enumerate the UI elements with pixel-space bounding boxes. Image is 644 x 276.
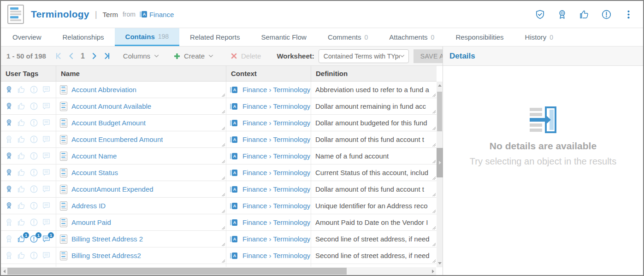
context-link[interactable]: Finance › Terminology [242,119,310,127]
tab-overview[interactable]: Overview [2,28,52,46]
ribbon-tag-icon[interactable] [5,235,13,243]
ribbon-tag-icon[interactable] [5,118,13,127]
previous-page-button[interactable] [67,52,75,60]
shield-check-icon[interactable] [535,9,545,20]
award-ribbon-icon[interactable] [557,9,567,20]
alert-tag-icon[interactable] [30,85,38,94]
alert-tag-icon[interactable]: 1 [30,235,38,243]
thumbs-up-icon[interactable] [579,9,590,20]
context-link[interactable]: Finance › Terminology [242,235,310,243]
parent-finance-link[interactable]: Finance [149,11,174,18]
worksheet-select[interactable]: Contained Terms with TYpes [319,49,409,63]
alert-tag-icon[interactable] [30,118,38,127]
table-row[interactable]: AccountAmount Expended Finance › Termino… [1,181,437,198]
table-row[interactable]: Billing Street Address2 Finance › Termin… [1,247,437,264]
scroll-right-arrow[interactable] [430,267,436,275]
thumbs-up-tag-icon[interactable] [17,201,26,210]
create-button[interactable]: Create [174,52,213,60]
table-row[interactable]: 1 1 1 Billing Street Address 2 Finance ›… [1,231,437,247]
table-row-partial[interactable] [1,264,437,267]
term-name-link[interactable]: Amount Paid [71,218,111,226]
comment-tag-icon[interactable] [42,251,51,260]
scroll-down-arrow[interactable] [437,260,443,266]
comment-tag-icon[interactable] [42,185,51,194]
thumbs-up-tag-icon[interactable] [17,85,26,94]
comment-tag-icon[interactable]: 1 [42,235,51,243]
term-name-link[interactable]: Billing Street Address 2 [71,235,143,243]
term-name-link[interactable]: Account Abbreviation [71,86,136,94]
context-link[interactable]: Finance › Terminology [242,135,310,143]
comment-tag-icon[interactable] [42,218,51,227]
thumbs-up-tag-icon[interactable] [17,251,26,260]
context-link[interactable]: Finance › Terminology [242,86,310,94]
tab-responsibilities[interactable]: Responsibilities [445,28,514,46]
context-link[interactable]: Finance › Terminology [242,152,310,160]
comment-tag-icon[interactable] [42,135,51,144]
column-header-definition[interactable]: Definition [311,66,437,81]
context-link[interactable]: Finance › Terminology [242,252,310,259]
ribbon-tag-icon[interactable] [5,85,13,94]
term-name-link[interactable]: Account Amount Available [71,102,151,110]
tab-attachments[interactable]: Attachments 0 [378,28,445,46]
term-name-link[interactable]: Account Budget Amount [71,119,146,127]
alert-tag-icon[interactable] [30,152,38,160]
term-name-link[interactable]: Account Status [71,169,118,176]
context-link[interactable]: Finance › Terminology [242,102,310,110]
tab-contains[interactable]: Contains 198 [115,28,180,46]
context-link[interactable]: Finance › Terminology [242,202,310,210]
vertical-scrollbar-thumb[interactable] [437,92,442,131]
tab-comments[interactable]: Comments 0 [317,28,378,46]
thumbs-up-tag-icon[interactable] [17,168,26,177]
thumbs-up-tag-icon[interactable] [17,218,26,227]
table-row[interactable]: Account Status Finance › Terminology Cur… [1,164,437,181]
comment-tag-icon[interactable] [42,85,51,94]
tab-history[interactable]: History 0 [514,28,564,46]
ribbon-tag-icon[interactable] [5,168,13,177]
ribbon-tag-icon[interactable] [5,102,13,111]
comment-tag-icon[interactable] [42,201,51,210]
thumbs-up-tag-icon[interactable] [17,152,26,160]
delete-button[interactable]: Delete [231,52,261,60]
context-link[interactable]: Finance › Terminology [242,185,310,193]
column-header-user-tags[interactable]: User Tags [1,66,56,81]
table-row[interactable]: Address ID Finance › Terminology Unique … [1,198,437,214]
table-row[interactable]: Account Budget Amount Finance › Terminol… [1,115,437,131]
first-page-button[interactable] [55,52,63,60]
term-name-link[interactable]: AccountAmount Expended [71,185,154,193]
alert-tag-icon[interactable] [30,185,38,194]
alert-tag-icon[interactable] [30,135,38,144]
comment-tag-icon[interactable] [42,102,51,111]
context-link[interactable]: Finance › Terminology [242,218,310,226]
alert-tag-icon[interactable] [30,218,38,227]
term-name-link[interactable]: Account Encumbered Amount [71,135,163,143]
tab-related-reports[interactable]: Related Reports [179,28,250,46]
thumbs-up-tag-icon[interactable] [17,135,26,144]
ribbon-tag-icon[interactable] [5,185,13,194]
ribbon-tag-icon[interactable] [5,135,13,144]
column-header-context[interactable]: Context [226,66,311,81]
table-row[interactable]: Account Abbreviation Finance › Terminolo… [1,82,437,98]
columns-dropdown[interactable]: Columns [123,52,159,60]
alert-tag-icon[interactable] [30,168,38,177]
comment-tag-icon[interactable] [42,168,51,177]
thumbs-up-tag-icon[interactable]: 1 [17,235,26,243]
thumbs-up-tag-icon[interactable] [17,102,26,111]
table-row[interactable]: Amount Paid Finance › Terminology Amount… [1,214,437,231]
scroll-up-arrow[interactable] [437,82,443,88]
alert-tag-icon[interactable] [30,102,38,111]
thumbs-up-tag-icon[interactable] [17,185,26,194]
alert-circle-icon[interactable] [601,9,612,20]
term-name-link[interactable]: Address ID [71,202,106,210]
horizontal-scrollbar-thumb[interactable] [7,268,347,275]
term-name-link[interactable]: Billing Street Address2 [71,252,141,259]
ribbon-tag-icon[interactable] [5,201,13,210]
table-row[interactable]: Account Amount Available Finance › Termi… [1,98,437,115]
kebab-menu-icon[interactable] [623,9,634,20]
alert-tag-icon[interactable] [30,201,38,210]
last-page-button[interactable] [103,52,111,60]
term-name-link[interactable]: Account Name [71,152,117,160]
next-page-button[interactable] [90,52,98,60]
ribbon-tag-icon[interactable] [5,251,13,260]
thumbs-up-tag-icon[interactable] [17,118,26,127]
scroll-left-arrow[interactable] [1,267,7,275]
